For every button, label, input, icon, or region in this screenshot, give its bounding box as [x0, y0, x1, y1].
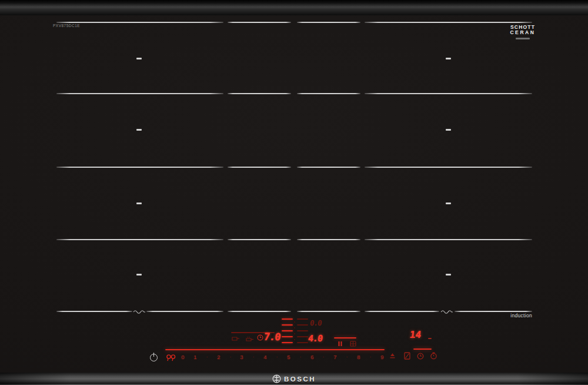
zone-grid-line: [297, 239, 360, 240]
slider-number-9[interactable]: 9: [377, 354, 387, 360]
zone-grid-line: [297, 22, 360, 23]
pan-position-marker: [136, 129, 142, 131]
induction-hob: PXV875DC1E SCHOTT CERAN induction 0 1 · …: [0, 0, 588, 385]
slider-dot: ·: [205, 354, 209, 360]
bosch-wordmark: BOSCH: [284, 376, 316, 383]
power-slider[interactable]: [165, 349, 385, 350]
glass-surface: [0, 15, 588, 373]
timer-min-indicator: [428, 338, 432, 339]
slider-number-5[interactable]: 5: [284, 354, 293, 360]
slider-dot: ·: [251, 354, 256, 360]
zone-grid-line: [56, 311, 132, 312]
slider-number-0[interactable]: 0: [178, 354, 188, 360]
zone-grid-line: [455, 311, 532, 312]
zone-grid-line: [297, 167, 360, 168]
power-icon[interactable]: [150, 353, 158, 361]
bosch-emblem-icon: [272, 374, 281, 383]
zone-grid-line: [365, 22, 532, 23]
zone-grid-line: [146, 311, 223, 312]
level-dot: [294, 339, 295, 340]
boost-icon[interactable]: [389, 353, 396, 360]
zone-grid-line: [56, 93, 223, 94]
secondary-display: 0.0: [309, 318, 322, 327]
schott-logo-subtext: [516, 38, 530, 39]
slider-dot: ·: [298, 354, 303, 360]
slider-number-3[interactable]: 3: [237, 354, 246, 360]
pause-icon[interactable]: [338, 341, 343, 347]
pan-position-marker: [136, 203, 142, 204]
zone-grid-line: [365, 239, 532, 240]
slider-number-7[interactable]: 7: [330, 354, 340, 360]
flexzone-wave-icon: [440, 309, 453, 314]
schott-logo-line2: CERAN: [509, 30, 536, 35]
timer-display: 14: [409, 329, 422, 340]
pan-position-marker: [446, 58, 451, 59]
slider-number-6[interactable]: 6: [308, 354, 317, 360]
zone-select-indicator-right: [334, 337, 356, 338]
zone-grid-line: [228, 239, 291, 240]
timer-active-indicator: [413, 349, 432, 350]
panel-lock-icon[interactable]: [166, 354, 176, 361]
zone-grid-line: [228, 22, 291, 23]
bosch-logo: BOSCH: [272, 374, 316, 383]
pan-transfer-icon[interactable]: [350, 341, 356, 347]
pan-position-marker: [446, 203, 451, 204]
pan-sensor-icon: [246, 336, 254, 341]
pan-position-marker: [446, 129, 451, 131]
level-dot: [294, 327, 295, 328]
move-function-icon[interactable]: [404, 352, 410, 360]
zone-grid-line: [365, 167, 532, 168]
schott-ceran-logo: SCHOTT CERAN: [509, 25, 536, 39]
top-bezel-edge: [0, 0, 588, 15]
flexzone-wave-icon: [133, 309, 146, 314]
clock-icon: [257, 334, 263, 341]
induction-label: induction: [485, 313, 532, 318]
zone-grid-line: [56, 22, 223, 23]
slider-dot: ·: [345, 354, 349, 360]
pan-position-marker: [136, 58, 142, 59]
slider-dot: ·: [275, 354, 279, 360]
center-zone-display: 4.0: [308, 333, 323, 344]
slider-number-2[interactable]: 2: [214, 354, 223, 360]
pan-icon: [232, 336, 240, 341]
model-number: PXV875DC1E: [53, 24, 80, 28]
power-icon-stem: [153, 353, 155, 357]
zone-grid-line: [56, 239, 223, 240]
level-dot: [294, 333, 295, 334]
zone-grid-line: [365, 93, 532, 94]
pan-position-marker: [136, 274, 142, 276]
zone-grid-line: [228, 167, 291, 168]
slider-number-8[interactable]: 8: [354, 354, 363, 360]
slider-dot: ·: [368, 354, 373, 360]
slider-dot: ·: [321, 354, 326, 360]
slider-number-1[interactable]: 1: [191, 354, 200, 360]
zone-grid-line: [228, 93, 291, 94]
timer-clock-icon[interactable]: [417, 353, 424, 360]
kitchen-timer-icon[interactable]: [430, 352, 437, 360]
zone-grid-line: [365, 311, 439, 312]
zone-grid-line: [297, 311, 360, 312]
slider-dot: ·: [228, 354, 233, 360]
slider-number-4[interactable]: 4: [260, 354, 270, 360]
left-zone-display: 7.0: [263, 331, 281, 343]
pan-position-marker: [446, 274, 451, 276]
level-dot: [294, 321, 295, 323]
zone-grid-line: [228, 311, 291, 312]
zone-grid-line: [297, 93, 360, 94]
zone-grid-line: [56, 167, 223, 168]
